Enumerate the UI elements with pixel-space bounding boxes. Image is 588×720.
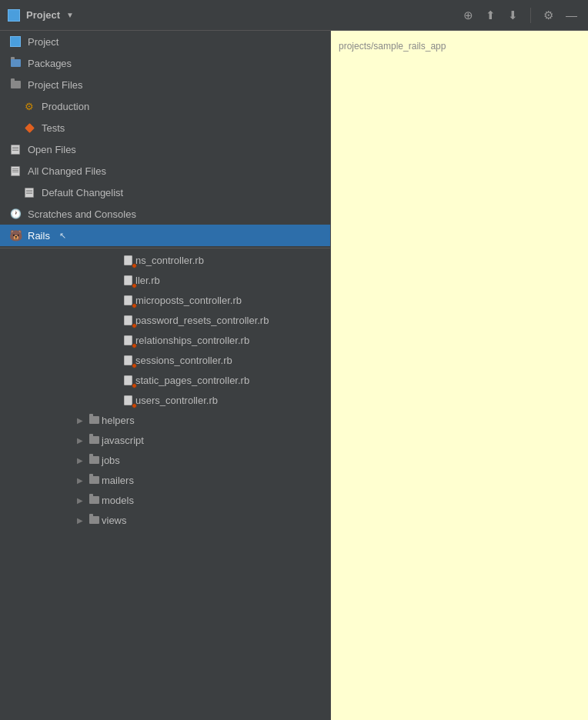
folder-helpers-label: helpers [102,415,135,426]
menu-item-all-changed[interactable]: All Changed Files [0,160,330,182]
toolbar-project-title: Project [26,9,60,21]
file-row-ller[interactable]: ller.rb [0,270,330,290]
file-row-relationships[interactable]: relationships_controller.rb [0,330,330,350]
file-ns-controller-label: ns_controller.rb [135,255,204,266]
views-expander[interactable]: ▶ [74,516,86,525]
menu-item-project-label: Project [28,36,58,48]
folder-mailers-label: mailers [102,475,134,486]
app-window: Project ▼ ⊕ ⬆ ⬇ ⚙ — Project Packag [0,0,588,720]
folder-row-javascript[interactable]: ▶ javascript [0,430,330,450]
project-files-folder-icon [9,78,22,91]
ruby-file-icon-static-pages [120,374,135,386]
add-icon[interactable]: ⊕ [460,7,476,24]
jobs-expander[interactable]: ▶ [74,456,86,465]
menu-item-rails-label: Rails [28,230,50,242]
menu-item-project-files[interactable]: Project Files [0,74,330,95]
javascript-expander[interactable]: ▶ [74,436,86,445]
folder-row-jobs[interactable]: ▶ jobs [0,450,330,470]
ruby-file-icon-microposts [120,294,135,306]
minimize-icon[interactable]: — [563,7,580,23]
folder-javascript-label: javascript [102,435,144,446]
helpers-folder-icon [86,416,102,424]
ruby-file-icon-users [120,394,135,406]
project-icon [9,35,22,48]
path-text: projects/sample_rails_app [339,41,446,52]
file-row-ns-controller[interactable]: ns_controller.rb [0,250,330,270]
ruby-file-icon-2 [120,274,135,286]
scroll-down-icon[interactable]: ⬇ [505,7,521,24]
packages-folder-icon [9,57,22,69]
project-window-icon [8,9,20,22]
ruby-file-icon-1 [120,254,135,266]
helpers-expander[interactable]: ▶ [74,416,86,425]
tests-diamond-icon [23,122,35,134]
rails-bear-icon: 🐻 [9,229,22,242]
production-gear-icon: ⚙ [23,100,35,112]
menu-item-open-files-label: Open Files [28,144,76,155]
folder-views-label: views [102,515,127,526]
menu-item-open-files[interactable]: Open Files [0,138,330,160]
file-password-resets-label: password_resets_controller.rb [135,315,269,326]
path-bar: projects/sample_rails_app [331,31,588,62]
menu-item-rails[interactable]: 🐻 Rails ↖ [0,225,330,246]
file-row-static-pages[interactable]: static_pages_controller.rb [0,370,330,390]
menu-item-scratches[interactable]: 🕐 Scratches and Consoles [0,203,330,225]
file-static-pages-label: static_pages_controller.rb [135,375,249,386]
file-sessions-label: sessions_controller.rb [135,355,232,366]
menu-item-default-changelist-label: Default Changelist [42,187,123,198]
body-section: Project Packages Project Files ⚙ [0,31,588,720]
content-area: projects/sample_rails_app [331,31,588,720]
folder-jobs-label: jobs [102,455,120,466]
mailers-folder-icon [86,476,102,484]
models-expander[interactable]: ▶ [74,496,86,505]
menu-separator [0,248,330,248]
menu-item-tests-label: Tests [42,122,65,134]
menu-item-production[interactable]: ⚙ Production [0,95,330,117]
file-relationships-label: relationships_controller.rb [135,335,249,346]
file-microposts-label: microposts_controller.rb [135,295,242,306]
ruby-file-icon-relationships [120,334,135,346]
scratches-icon: 🕐 [9,208,22,220]
all-changed-icon [9,165,22,177]
folder-row-models[interactable]: ▶ models [0,490,330,510]
folder-row-mailers[interactable]: ▶ mailers [0,470,330,490]
file-users-label: users_controller.rb [135,395,218,406]
toolbar-separator [530,8,531,23]
file-row-users[interactable]: users_controller.rb [0,390,330,410]
changelist-icon [23,186,35,198]
folder-row-helpers[interactable]: ▶ helpers [0,410,330,430]
jobs-folder-icon [86,456,102,464]
open-files-icon [9,143,22,155]
file-row-sessions[interactable]: sessions_controller.rb [0,350,330,370]
menu-item-scratches-label: Scratches and Consoles [28,208,136,220]
folder-row-views[interactable]: ▶ views [0,510,330,530]
mailers-expander[interactable]: ▶ [74,476,86,485]
folder-models-label: models [102,495,134,506]
ruby-file-icon-sessions [120,354,135,366]
menu-item-all-changed-label: All Changed Files [28,165,106,177]
project-dropdown: Project Packages Project Files ⚙ [0,31,331,720]
ruby-file-icon-password-resets [120,314,135,326]
menu-item-packages-label: Packages [28,58,72,69]
views-folder-icon [86,516,102,524]
javascript-folder-icon [86,436,102,444]
settings-gear-icon[interactable]: ⚙ [540,7,556,24]
menu-item-project-files-label: Project Files [28,79,83,91]
menu-item-project[interactable]: Project [0,31,330,52]
file-ller-label: ller.rb [135,275,160,286]
menu-item-packages[interactable]: Packages [0,52,330,74]
toolbar: Project ▼ ⊕ ⬆ ⬇ ⚙ — [0,0,588,31]
menu-item-default-changelist[interactable]: Default Changelist [0,182,330,203]
menu-item-production-label: Production [42,101,89,112]
menu-item-tests[interactable]: Tests [0,117,330,138]
cursor-indicator: ↖ [59,231,66,241]
models-folder-icon [86,496,102,504]
toolbar-chevron-icon[interactable]: ▼ [66,11,74,19]
file-row-microposts[interactable]: microposts_controller.rb [0,290,330,310]
file-row-password-resets[interactable]: password_resets_controller.rb [0,310,330,330]
scroll-up-icon[interactable]: ⬆ [483,7,499,24]
